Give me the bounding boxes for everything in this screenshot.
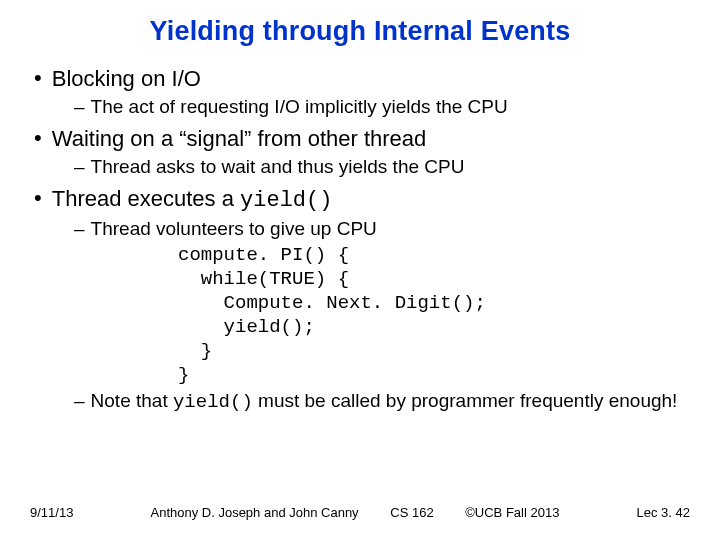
- footer-course: CS 162: [390, 505, 433, 520]
- bullet-icon: •: [34, 125, 42, 151]
- bullet-icon: •: [34, 65, 42, 91]
- bullet-list: • Blocking on I/O – The act of requestin…: [30, 65, 690, 414]
- footer-center: Anthony D. Joseph and John Canny CS 162 …: [73, 505, 636, 520]
- footer-copyright: ©UCB Fall 2013: [465, 505, 559, 520]
- sub-text-code: yield(): [173, 391, 253, 413]
- dash-icon: –: [74, 389, 85, 413]
- sub-text: The act of requesting I/O implicitly yie…: [91, 95, 508, 119]
- sub-item: – Thread asks to wait and thus yields th…: [74, 155, 690, 179]
- bullet-icon: •: [34, 185, 42, 211]
- code-block: compute. PI() { while(TRUE) { Compute. N…: [74, 243, 690, 387]
- footer-lec: Lec 3. 42: [637, 505, 691, 520]
- bullet-item: • Waiting on a “signal” from other threa…: [34, 125, 690, 179]
- sub-text: Thread asks to wait and thus yields the …: [91, 155, 465, 179]
- sub-text: Thread volunteers to give up CPU: [91, 217, 377, 241]
- footer-authors: Anthony D. Joseph and John Canny: [150, 505, 358, 520]
- bullet-text-code: yield(): [240, 188, 332, 213]
- sub-item: – The act of requesting I/O implicitly y…: [74, 95, 690, 119]
- bullet-text: Thread executes a yield(): [52, 185, 333, 215]
- bullet-text: Blocking on I/O: [52, 65, 201, 93]
- sub-text-suffix: must be called by programmer frequently …: [253, 390, 678, 411]
- sub-text: Note that yield() must be called by prog…: [91, 389, 678, 414]
- footer: 9/11/13 Anthony D. Joseph and John Canny…: [0, 505, 720, 520]
- bullet-text: Waiting on a “signal” from other thread: [52, 125, 427, 153]
- bullet-item: • Blocking on I/O – The act of requestin…: [34, 65, 690, 119]
- dash-icon: –: [74, 217, 85, 241]
- slide: Yielding through Internal Events • Block…: [0, 0, 720, 540]
- sub-text-prefix: Note that: [91, 390, 173, 411]
- sub-item: – Note that yield() must be called by pr…: [74, 389, 690, 414]
- dash-icon: –: [74, 155, 85, 179]
- footer-date: 9/11/13: [30, 505, 73, 520]
- bullet-text-prefix: Thread executes a: [52, 186, 240, 211]
- dash-icon: –: [74, 95, 85, 119]
- sub-item: – Thread volunteers to give up CPU: [74, 217, 690, 241]
- bullet-item: • Thread executes a yield() – Thread vol…: [34, 185, 690, 414]
- slide-title: Yielding through Internal Events: [30, 16, 690, 47]
